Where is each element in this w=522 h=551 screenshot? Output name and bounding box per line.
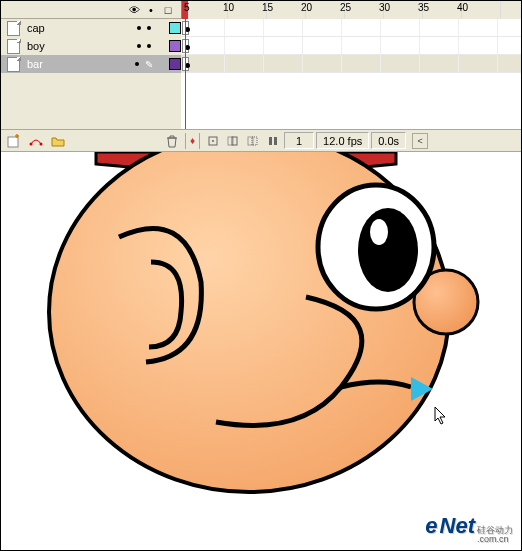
delete-layer-button[interactable] xyxy=(163,133,181,149)
layer-name-label[interactable]: cap xyxy=(25,22,119,34)
show-hide-dot[interactable] xyxy=(137,26,141,30)
timeline-panel: 👁 • □ 510152025303540 cap boy bar ✎ xyxy=(1,1,521,152)
layers-empty-list[interactable] xyxy=(1,73,181,129)
layer-row[interactable]: boy xyxy=(1,37,181,55)
pencil-icon[interactable]: ✎ xyxy=(145,59,153,70)
add-motion-guide-button[interactable] xyxy=(27,133,45,149)
show-hide-dot[interactable] xyxy=(137,44,141,48)
layer-column-headers: 👁 • □ xyxy=(1,1,181,18)
layer-controls xyxy=(5,133,181,149)
add-layer-button[interactable] xyxy=(5,133,23,149)
lock-dot[interactable] xyxy=(147,26,151,30)
svg-point-2 xyxy=(40,142,43,145)
layers-list: cap boy bar ✎ xyxy=(1,19,181,73)
playhead-line-ext xyxy=(185,73,186,129)
frames-empty[interactable] xyxy=(181,73,521,129)
watermark-cn: 硅谷动力 .com.cn xyxy=(477,526,513,544)
eye-pupil xyxy=(358,208,418,292)
layers-area: cap boy bar ✎ xyxy=(1,19,521,73)
layer-page-icon xyxy=(7,21,21,35)
onion-skin-button[interactable] xyxy=(224,133,242,149)
frames-area[interactable] xyxy=(181,19,521,73)
lock-icon[interactable]: • xyxy=(144,3,158,17)
layer-color-swatch[interactable] xyxy=(169,58,181,70)
svg-rect-10 xyxy=(274,137,277,145)
edit-multiple-frames-button[interactable] xyxy=(264,133,282,149)
ruler-mark[interactable]: 40 xyxy=(462,1,501,19)
layers-empty-area xyxy=(1,73,521,129)
frame-row[interactable] xyxy=(181,55,521,73)
layer-row[interactable]: cap xyxy=(1,19,181,37)
show-hide-dot[interactable] xyxy=(135,62,139,66)
svg-point-1 xyxy=(30,142,33,145)
playhead-marker-icon: ♦ xyxy=(190,135,195,146)
timeline-bottom-bar: ♦ 1 12.0 fps 0.0s < xyxy=(1,129,521,151)
svg-point-4 xyxy=(212,140,214,142)
svg-rect-9 xyxy=(269,137,272,145)
elapsed-time-field: 0.0s xyxy=(371,132,406,149)
watermark: e Net 硅谷动力 .com.cn xyxy=(425,513,513,544)
layer-visibility-controls[interactable] xyxy=(123,44,165,48)
outline-icon[interactable]: □ xyxy=(161,3,175,17)
watermark-e: e xyxy=(425,513,437,539)
layer-visibility-controls[interactable]: ✎ xyxy=(123,59,165,70)
add-folder-button[interactable] xyxy=(49,133,67,149)
layer-name-label[interactable]: bar xyxy=(25,58,119,70)
cartoon-drawing xyxy=(1,152,521,540)
lock-dot[interactable] xyxy=(147,44,151,48)
layer-page-icon xyxy=(7,57,21,71)
timeline-header-row: 👁 • □ 510152025303540 xyxy=(1,1,521,19)
layer-row[interactable]: bar ✎ xyxy=(1,55,181,73)
eye-highlight xyxy=(370,219,388,245)
playhead-line[interactable] xyxy=(185,19,186,73)
center-frame-button[interactable] xyxy=(204,133,222,149)
frame-row[interactable] xyxy=(181,19,521,37)
eye-icon[interactable]: 👁 xyxy=(127,3,141,17)
svg-rect-0 xyxy=(8,137,18,147)
frame-ruler[interactable]: 510152025303540 xyxy=(181,1,521,19)
layer-name-label[interactable]: boy xyxy=(25,40,119,52)
layer-color-swatch[interactable] xyxy=(169,40,181,52)
onion-skin-outlines-button[interactable] xyxy=(244,133,262,149)
scroll-left-button[interactable]: < xyxy=(412,133,428,149)
layer-page-icon xyxy=(7,39,21,53)
watermark-net: Net xyxy=(440,513,475,539)
frame-row[interactable] xyxy=(181,37,521,55)
layer-color-swatch[interactable] xyxy=(169,22,181,34)
current-frame-field[interactable]: 1 xyxy=(284,132,314,149)
layer-visibility-controls[interactable] xyxy=(123,26,165,30)
fps-field[interactable]: 12.0 fps xyxy=(316,132,369,149)
stage-canvas[interactable] xyxy=(1,152,521,540)
